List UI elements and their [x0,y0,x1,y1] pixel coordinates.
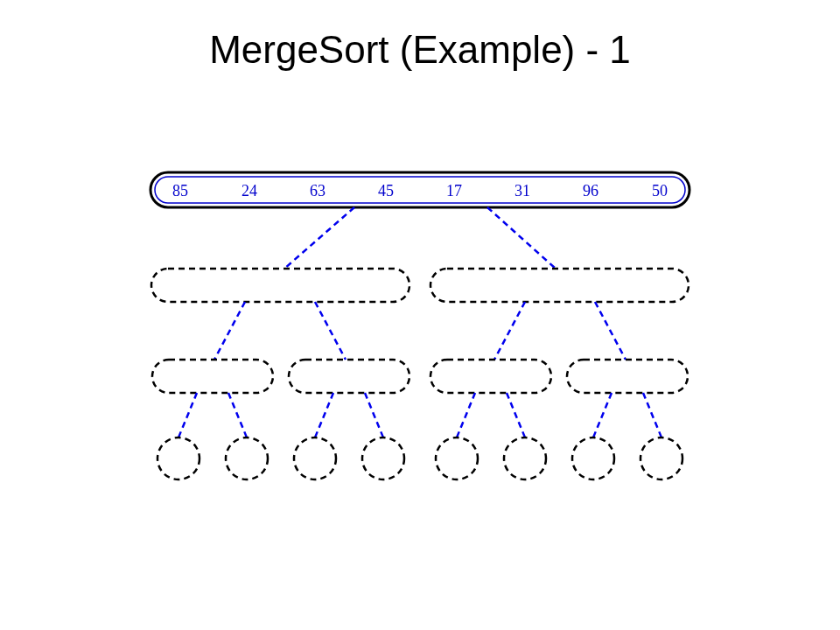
mergesort-diagram: 85 24 63 45 17 31 96 50 [0,0,840,630]
root-value: 45 [378,182,394,200]
leaf-circle [294,438,336,480]
root-value: 50 [652,182,668,200]
root-value: 63 [310,182,326,200]
level2-box [152,360,273,393]
root-value: 17 [446,182,462,200]
root-value: 24 [242,182,257,200]
level2-box [567,360,688,393]
level2-box [430,360,551,393]
connector [487,207,556,269]
leaf-circle [640,438,682,480]
connector [315,393,333,438]
level2-box [289,360,410,393]
connector [507,393,525,438]
level1-box [430,269,689,302]
root-value: 31 [514,182,530,200]
root-value: 85 [172,182,188,200]
connector [457,393,475,438]
level1-box [151,269,410,302]
root-box-outer [150,172,690,207]
leaf-circle [226,438,268,480]
connector [365,393,383,438]
leaf-circle [436,438,478,480]
connector [315,302,346,360]
root-box-inner [155,177,685,203]
leaf-circle [504,438,546,480]
connector [178,393,197,438]
connector [643,393,662,438]
connector [214,302,245,360]
connector [595,302,626,360]
connector [284,207,354,269]
connector [593,393,612,438]
leaf-circle [572,438,614,480]
root-value: 96 [583,182,598,200]
leaf-circle [362,438,404,480]
connector [494,302,525,360]
connector [228,393,247,438]
leaf-circle [158,438,200,480]
